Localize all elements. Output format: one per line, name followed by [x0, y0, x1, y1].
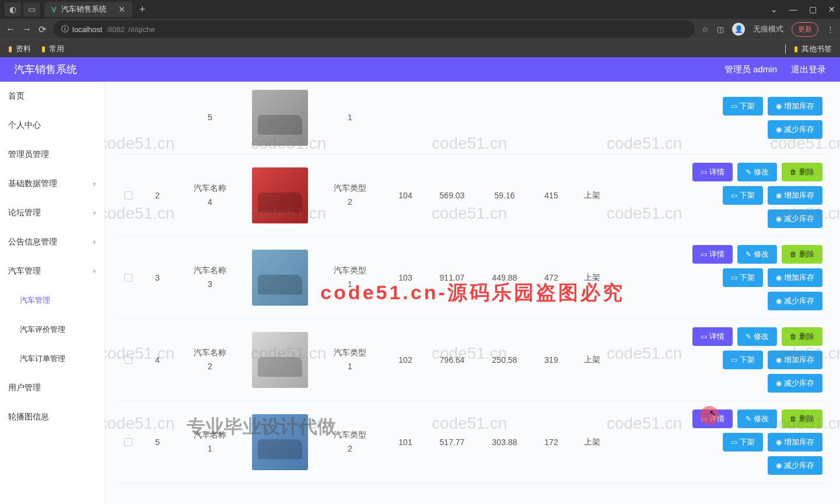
detail-icon: ▭: [701, 415, 707, 423]
delete-button[interactable]: 🗑删除: [782, 327, 822, 346]
status-label: 上架: [572, 190, 612, 201]
window-tab-2[interactable]: ▭: [23, 2, 40, 16]
new-tab-button[interactable]: +: [139, 4, 146, 16]
unshelve-button[interactable]: ▭下架: [723, 351, 763, 369]
edit-icon: ✎: [746, 415, 751, 423]
window-dropdown-icon[interactable]: ⌄: [771, 5, 778, 14]
extensions-icon[interactable]: ◫: [717, 25, 724, 34]
unshelve-icon: ▭: [731, 356, 737, 364]
star-icon[interactable]: ☆: [702, 25, 709, 34]
add_stock-button[interactable]: ◉增加库存: [768, 268, 822, 287]
row-checkbox[interactable]: [124, 438, 132, 446]
tab-close-icon[interactable]: ✕: [118, 5, 125, 14]
sidebar-item-10[interactable]: 用户管理: [0, 373, 104, 402]
col-n4: 472: [531, 273, 572, 282]
sidebar-item-3[interactable]: 基础数据管理▾: [0, 169, 104, 198]
row-index: 5: [140, 438, 175, 447]
reduce_stock-button[interactable]: ◉减少库存: [768, 374, 822, 393]
delete-icon: 🗑: [790, 332, 797, 341]
bookmark-folder-2[interactable]: ▮ 常用: [41, 44, 64, 54]
url-port: :8082: [106, 25, 125, 34]
edit-icon: ✎: [746, 250, 751, 258]
add_stock-icon: ◉: [776, 191, 782, 200]
sidebar-item-9[interactable]: 汽车订单管理: [0, 344, 104, 373]
chevron-down-icon: ▾: [93, 239, 96, 246]
add_stock-button[interactable]: ◉增加库存: [768, 186, 822, 205]
col-n3: 449.88: [478, 273, 531, 282]
add_stock-button[interactable]: ◉增加库存: [768, 351, 822, 369]
nav-reload-icon[interactable]: ⟳: [38, 24, 46, 35]
nav-forward-icon[interactable]: →: [22, 24, 32, 34]
detail-button[interactable]: ▭详情: [692, 327, 733, 346]
update-button[interactable]: 更新: [792, 22, 818, 37]
add_stock-button[interactable]: ◉增加库存: [768, 433, 822, 452]
bookmark-divider: │: [783, 44, 788, 53]
logout-link[interactable]: 退出登录: [791, 64, 826, 75]
edit-button[interactable]: ✎修改: [737, 245, 777, 264]
sidebar-item-6[interactable]: 汽车管理▾: [0, 257, 104, 286]
delete-button[interactable]: 🗑删除: [782, 245, 822, 264]
folder-icon: ▮: [794, 44, 798, 53]
detail-button[interactable]: ▭详情: [692, 410, 733, 428]
reduce_stock-button[interactable]: ◉减少库存: [768, 209, 822, 228]
row-operations: ▭详情✎修改🗑删除▭下架◉增加库存◉减少库存: [612, 245, 828, 310]
edit-button[interactable]: ✎修改: [737, 327, 777, 346]
unshelve-icon: ▭: [731, 102, 737, 110]
window-minimize-icon[interactable]: —: [789, 5, 797, 14]
admin-label[interactable]: 管理员 admin: [724, 64, 777, 75]
status-label: 上架: [572, 437, 612, 447]
sidebar-item-5[interactable]: 公告信息管理▾: [0, 228, 104, 257]
table-row: 51▭下架◉增加库存◉减少库存: [117, 82, 828, 155]
delete-button[interactable]: 🗑删除: [782, 410, 822, 428]
delete-button[interactable]: 🗑删除: [782, 163, 822, 181]
table-row: 3汽车名称3汽车类型1103911.07449.88472上架▭详情✎修改🗑删除…: [117, 237, 828, 319]
reduce_stock-button[interactable]: ◉减少库存: [768, 120, 822, 139]
browser-tab-active[interactable]: V 汽车销售系统 ✕: [44, 2, 132, 17]
unshelve-button[interactable]: ▭下架: [723, 433, 763, 452]
col-n1: 101: [385, 438, 426, 447]
edit-button[interactable]: ✎修改: [737, 163, 777, 181]
edit-button[interactable]: ✎修改: [737, 410, 777, 428]
row-checkbox[interactable]: [124, 274, 132, 282]
chevron-down-icon: ▾: [93, 209, 96, 217]
nav-back-icon[interactable]: ←: [6, 24, 15, 34]
reduce_stock-button[interactable]: ◉减少库存: [768, 292, 822, 310]
other-bookmarks[interactable]: ▮ 其他书签: [794, 44, 832, 54]
car-type: 汽车类型2: [315, 181, 385, 209]
sidebar-item-label: 用户管理: [8, 383, 41, 393]
delete-icon: 🗑: [790, 415, 797, 423]
sidebar-item-1[interactable]: 个人中心: [0, 111, 104, 140]
unshelve-icon: ▭: [731, 191, 737, 200]
car-image: [252, 414, 308, 470]
row-checkbox[interactable]: [124, 191, 132, 200]
menu-icon[interactable]: ⋮: [827, 25, 834, 34]
car-type: 汽车类型2: [315, 428, 385, 456]
sidebar-item-11[interactable]: 轮播图信息: [0, 402, 104, 432]
window-tab-1[interactable]: ◐: [5, 2, 21, 16]
chevron-down-icon: ▾: [93, 268, 96, 275]
car-image: [252, 250, 308, 306]
col-n1: 102: [385, 355, 426, 365]
sidebar-item-4[interactable]: 论坛管理▾: [0, 198, 104, 228]
bookmark-folder-1[interactable]: ▮ 资料: [8, 44, 31, 54]
detail-button[interactable]: ▭详情: [692, 245, 733, 264]
folder-icon: ▮: [41, 44, 46, 53]
site-info-icon[interactable]: ⓘ: [61, 24, 69, 34]
url-bar[interactable]: ⓘ localhost:8082/#/qiche: [53, 20, 695, 38]
row-checkbox[interactable]: [124, 356, 132, 364]
sidebar-item-8[interactable]: 汽车评价管理: [0, 315, 104, 344]
sidebar-item-7[interactable]: 汽车管理: [0, 286, 104, 315]
url-path: /#/qiche: [128, 25, 155, 34]
sidebar-item-2[interactable]: 管理员管理: [0, 140, 104, 169]
detail-button[interactable]: ▭详情: [692, 163, 733, 181]
reduce_stock-button[interactable]: ◉减少库存: [768, 456, 822, 475]
window-close-icon[interactable]: ✕: [828, 5, 835, 14]
window-maximize-icon[interactable]: ▢: [809, 5, 817, 14]
add_stock-button[interactable]: ◉增加库存: [768, 97, 822, 116]
sidebar-item-label: 首页: [8, 91, 24, 102]
unshelve-button[interactable]: ▭下架: [723, 97, 763, 116]
unshelve-button[interactable]: ▭下架: [723, 268, 763, 287]
unshelve-button[interactable]: ▭下架: [723, 186, 763, 205]
sidebar-item-0[interactable]: 首页: [0, 82, 104, 111]
car-name: 汽车名称4: [175, 181, 245, 209]
